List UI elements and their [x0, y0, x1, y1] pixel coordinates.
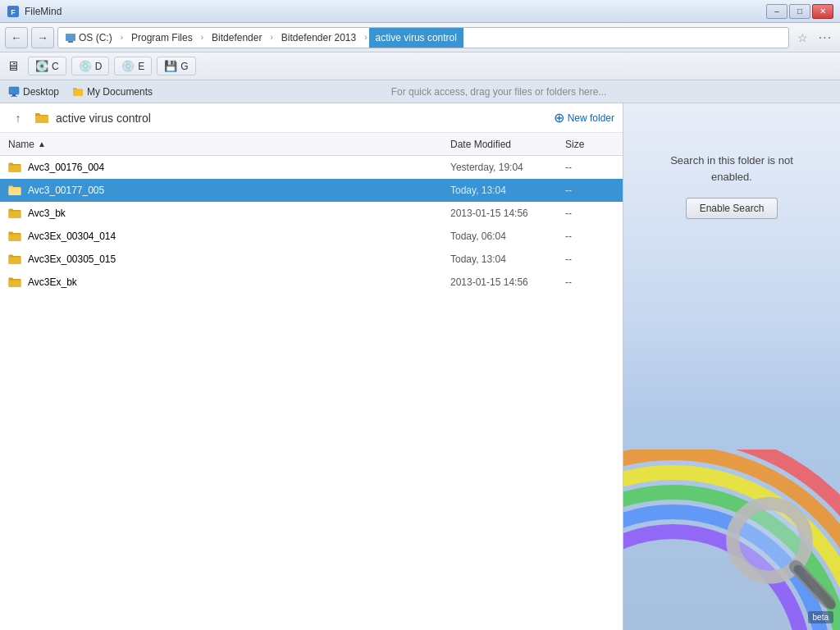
right-pane: Search in this folder is notenabled. Ena…: [623, 103, 840, 630]
svg-rect-5: [12, 94, 16, 96]
app-icon: F: [7, 5, 20, 18]
desktop-icon: [8, 86, 20, 98]
quick-desktop-label: Desktop: [23, 86, 59, 98]
file-size: --: [565, 208, 614, 219]
sep-4: ›: [363, 33, 368, 42]
drive-e[interactable]: 💿 E: [114, 57, 152, 75]
folder-name: active virus control: [56, 112, 547, 125]
col-name-header[interactable]: Name ▲: [8, 139, 450, 150]
col-modified-header[interactable]: Date Modified: [450, 139, 565, 150]
folder-icon: [8, 162, 21, 173]
close-button[interactable]: ✕: [812, 4, 833, 19]
maximize-button[interactable]: □: [789, 4, 810, 19]
file-modified: Yesterday, 19:04: [450, 162, 565, 173]
quick-access-bar: Desktop My Documents For quick access, d…: [0, 80, 840, 103]
quick-placeholder: For quick access, drag your files or fol…: [166, 86, 832, 98]
svg-rect-2: [66, 34, 75, 41]
svg-rect-3: [68, 41, 73, 43]
file-modified: 2013-01-15 14:56: [450, 276, 565, 288]
file-size: --: [565, 185, 614, 196]
bookmark-icon[interactable]: ☆: [792, 27, 812, 48]
plus-icon: ⊕: [554, 110, 564, 126]
col-size-header[interactable]: Size: [565, 139, 614, 150]
table-row[interactable]: Avc3_00177_005 Today, 13:04 --: [0, 179, 623, 202]
table-row[interactable]: Avc3Ex_bk 2013-01-15 14:56 --: [0, 271, 623, 294]
drive-e-icon: 💿: [121, 60, 135, 72]
folder-icon: [8, 276, 21, 288]
sort-arrow-icon: ▲: [38, 139, 46, 148]
drive-c-icon: 💽: [35, 60, 48, 72]
quick-desktop[interactable]: Desktop: [8, 86, 59, 98]
forward-button[interactable]: →: [31, 27, 54, 48]
svg-line-17: [798, 569, 831, 605]
file-size: --: [565, 276, 614, 288]
app-title: FileMind: [25, 6, 766, 17]
file-list: Avc3_00176_004 Yesterday, 19:04 -- Avc3_…: [0, 156, 623, 630]
file-modified: 2013-01-15 14:56: [450, 208, 565, 219]
breadcrumb-bitdefender[interactable]: Bitdefender: [205, 28, 268, 48]
title-bar: F FileMind – □ ✕: [0, 0, 840, 23]
file-size: --: [565, 231, 614, 242]
file-pane: ↑ active virus control ⊕ New folder Name…: [0, 103, 623, 630]
drive-g[interactable]: 💾 G: [157, 57, 195, 75]
magnifier-icon: [717, 491, 840, 622]
drive-g-icon: 💾: [164, 60, 177, 72]
drive-c[interactable]: 💽 C: [28, 57, 66, 75]
file-name: Avc3Ex_00304_014: [28, 231, 450, 242]
file-size: --: [565, 162, 614, 173]
file-modified: Today, 13:04: [450, 185, 565, 196]
folder-header: ↑ active virus control ⊕ New folder: [0, 103, 623, 133]
breadcrumb-bar: OS (C:) › Program Files › Bitdefender › …: [57, 27, 789, 48]
folder-icon: [8, 208, 21, 219]
file-name: Avc3Ex_00305_015: [28, 253, 450, 265]
folder-header-icon: [34, 111, 49, 126]
main-area: ↑ active virus control ⊕ New folder Name…: [0, 103, 840, 630]
table-row[interactable]: Avc3Ex_00305_015 Today, 13:04 --: [0, 248, 623, 271]
svg-rect-6: [11, 96, 17, 97]
sep-3: ›: [268, 33, 274, 42]
drive-e-label: E: [138, 61, 144, 72]
table-row[interactable]: Avc3Ex_00304_014 Today, 06:04 --: [0, 225, 623, 248]
enable-search-button[interactable]: Enable Search: [686, 198, 778, 219]
svg-point-15: [739, 510, 800, 571]
sep-1: ›: [119, 33, 125, 42]
up-button[interactable]: ↑: [8, 108, 28, 128]
back-button[interactable]: ←: [5, 27, 28, 48]
minimize-button[interactable]: –: [766, 4, 788, 19]
file-modified: Today, 13:04: [450, 253, 565, 265]
quick-my-documents[interactable]: My Documents: [72, 86, 153, 98]
file-name: Avc3_00177_005: [28, 185, 450, 196]
drive-g-label: G: [180, 61, 188, 72]
svg-rect-4: [9, 87, 19, 94]
file-size: --: [565, 253, 614, 265]
folder-icon: [8, 253, 21, 265]
beta-badge: beta: [808, 611, 833, 623]
breadcrumb-os-c[interactable]: OS (C:): [58, 28, 119, 48]
file-name: Avc3_00176_004: [28, 162, 450, 173]
search-disabled-message: Search in this folder is notenabled.: [670, 153, 793, 185]
drive-bar: 🖥 💽 C 💿 D 💿 E 💾 G: [0, 52, 840, 80]
breadcrumb-bitdefender-2013[interactable]: Bitdefender 2013: [275, 28, 363, 48]
folder-icon: [8, 185, 21, 196]
file-name: Avc3_bk: [28, 208, 450, 219]
computer-icon[interactable]: 🖥: [7, 59, 20, 74]
quick-my-documents-label: My Documents: [87, 86, 153, 98]
drive-d-icon: 💿: [79, 60, 92, 72]
drive-c-label: C: [52, 61, 59, 72]
svg-text:F: F: [11, 8, 16, 16]
folder-icon: [8, 231, 21, 242]
file-modified: Today, 06:04: [450, 231, 565, 242]
sep-2: ›: [199, 33, 205, 42]
file-name: Avc3Ex_bk: [28, 276, 450, 288]
window-controls: – □ ✕: [766, 4, 833, 19]
table-row[interactable]: Avc3_00176_004 Yesterday, 19:04 --: [0, 156, 623, 179]
drive-d[interactable]: 💿 D: [71, 57, 110, 75]
table-row[interactable]: Avc3_bk 2013-01-15 14:56 --: [0, 202, 623, 225]
breadcrumb-program-files[interactable]: Program Files: [125, 28, 199, 48]
column-headers: Name ▲ Date Modified Size: [0, 133, 623, 156]
nav-bar: ← → OS (C:) › Program Files › Bitdefende…: [0, 23, 840, 52]
breadcrumb-active-virus-control[interactable]: active virus control: [369, 28, 463, 48]
drive-d-label: D: [95, 61, 103, 72]
new-folder-button[interactable]: ⊕ New folder: [554, 110, 614, 126]
more-options-icon[interactable]: ···: [815, 27, 835, 48]
